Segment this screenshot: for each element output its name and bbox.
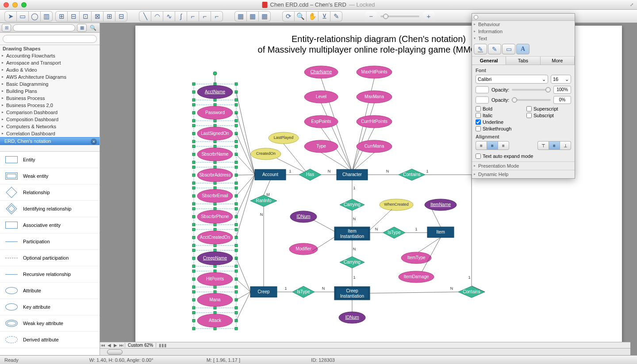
shape-palette-item[interactable]: Weak key attribute [0,315,100,332]
library-category[interactable]: Business Process 2,0 [0,102,100,109]
tab-general[interactable]: General [472,57,506,65]
align-center[interactable]: ≡ [487,142,498,149]
inspector-pin[interactable] [474,15,478,19]
library-search-input[interactable] [3,35,97,43]
subscript-checkbox[interactable]: Subscript [526,113,571,118]
sheet-last[interactable]: ⏭ [119,343,125,348]
bold-checkbox[interactable]: Bold [476,106,520,111]
zoom-slider[interactable] [380,15,419,17]
tool-line[interactable]: ╲ [139,11,151,21]
library-category[interactable]: Audio & Video [0,66,100,73]
opacity-slider-2[interactable] [512,99,551,101]
close-library-button[interactable]: × [91,138,97,145]
text-bg-button[interactable]: ▭ [502,44,515,54]
superscript-checkbox[interactable]: Superscript [526,106,571,111]
shape-palette-item[interactable]: Entity [0,152,100,168]
tab-more[interactable]: More [541,57,575,65]
tool-connector2[interactable]: ⌐ [199,11,211,21]
tool-hierarchy[interactable]: ⊠ [92,11,103,21]
shape-palette-item[interactable]: Weak entity [0,168,100,184]
shape-palette-item[interactable]: Associative entity [0,217,100,234]
tool-refresh[interactable]: ⟳ [283,11,294,21]
presentation-mode-section[interactable]: Presentation Mode [472,161,575,170]
tool-bezier[interactable]: ∫ [175,11,187,21]
shape-palette-item[interactable]: Recursive relationship [0,266,100,283]
close-window-button[interactable] [4,2,9,8]
tab-tabs[interactable]: Tabs [506,57,540,65]
tool-spline[interactable]: ∿ [163,11,175,21]
horizontal-scrollbar[interactable] [100,348,630,355]
library-category-open[interactable]: ERD, Chen's notation× [0,137,100,145]
tool-tree[interactable]: ⊞ [56,11,67,21]
shape-palette-item[interactable]: Key attribute [0,299,100,315]
tool-connector1[interactable]: ⌐ [187,11,199,21]
section-behaviour[interactable]: Behaviour [472,21,575,28]
tool-container[interactable]: ▥ [41,11,52,21]
sheet-next[interactable]: ▶ [112,343,119,348]
tool-stamp[interactable]: ⊻ [318,11,330,21]
bg-color-swatch[interactable] [476,96,489,103]
underline-checkbox[interactable]: Underline [476,119,571,125]
zoom-window-button[interactable] [21,2,27,8]
tool-distribute[interactable]: ▦ [247,11,258,21]
library-category[interactable]: Comparison Dashboard [0,109,100,116]
tool-pointer[interactable]: ➤ [5,11,16,21]
library-category[interactable]: Correlation Dashboard [0,130,100,137]
library-grid-tab[interactable]: ▦ [77,24,86,32]
valign-top[interactable]: ⊤ [538,142,549,149]
sheet-tabs[interactable]: ▮▮▮ [156,343,167,348]
minimize-window-button[interactable] [12,2,18,8]
sheet-first[interactable]: ⏮ [100,343,106,348]
font-family-select[interactable]: Calibri⌄ [476,75,548,84]
zoom-level-display[interactable]: Custom 62% [125,343,156,348]
opacity-value-2[interactable]: 0% [553,96,571,104]
italic-checkbox[interactable]: Italic [476,113,520,118]
zoom-in-button[interactable]: + [423,11,434,21]
resize-icon[interactable]: ⤢ [630,2,633,7]
shape-palette-item[interactable]: Identifying relationship [0,201,100,217]
text-font-button[interactable]: A [516,44,530,54]
tool-arc[interactable]: ◠ [151,11,163,21]
tool-ellipse[interactable]: ◯ [29,11,40,21]
strikethrough-checkbox[interactable]: Strikethrough [476,126,571,131]
tool-chain[interactable]: ⊟ [68,11,79,21]
tool-flow[interactable]: ⊟ [115,11,127,21]
tool-connector3[interactable]: ⌐ [211,11,223,21]
shape-palette-item[interactable]: Relationship [0,184,100,201]
library-category[interactable]: Business Process [0,95,100,102]
zoom-out-button[interactable]: − [365,11,377,21]
align-left[interactable]: ≡ [476,142,487,149]
valign-bottom[interactable]: ⊥ [560,142,571,149]
section-information[interactable]: Information [472,28,575,35]
tool-align[interactable]: ▦ [235,11,246,21]
align-right[interactable]: ≡ [498,142,509,149]
text-color-swatch[interactable] [476,86,489,93]
dynamic-help-section[interactable]: Dynamic Help [472,170,575,178]
opacity-slider-1[interactable] [512,89,551,91]
text-color-button[interactable]: ✎ [474,44,487,54]
section-text[interactable]: Text [472,35,575,42]
opacity-value-1[interactable]: 100% [553,86,571,94]
tool-rectangle[interactable]: ▭ [17,11,28,21]
library-category[interactable]: Accounting Flowcharts [0,52,100,59]
shape-palette-item[interactable]: Participation [0,234,100,250]
auto-expand-checkbox[interactable]: Text auto expand mode [476,153,571,159]
library-category[interactable]: Composition Dashboard [0,116,100,123]
text-highlight-button[interactable]: ✎ [488,44,501,54]
font-size-select[interactable]: 16⌄ [551,75,571,84]
tool-group[interactable]: ▦ [259,11,270,21]
shape-palette-item[interactable]: Derived attribute [0,332,100,348]
valign-middle[interactable]: ≡ [549,142,560,149]
tool-network[interactable]: ⊞ [104,11,115,21]
library-category[interactable]: Basic Diagramming [0,80,100,88]
tool-zoom[interactable]: 🔍 [295,11,306,21]
tool-branch[interactable]: ⊡ [80,11,91,21]
shape-filter-input[interactable] [13,24,75,31]
library-category[interactable]: AWS Architecture Diagrams [0,73,100,80]
library-category[interactable]: Computers & Networks [0,123,100,130]
sheet-prev[interactable]: ◀ [106,343,112,348]
tool-pan[interactable]: ✋ [307,11,318,21]
library-search-button[interactable]: 🔍 [88,24,98,32]
shape-palette-item[interactable]: Optional participation [0,250,100,266]
tool-eyedrop[interactable]: ✎ [330,11,342,21]
